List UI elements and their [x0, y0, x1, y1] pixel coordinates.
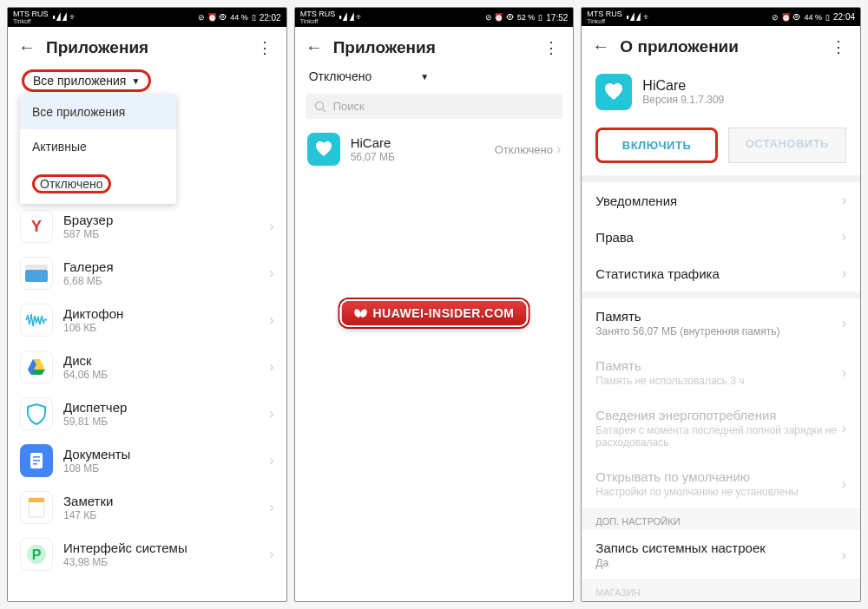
app-list: HiCare56,07 МБ Отключено › [295, 126, 574, 601]
watermark: HUAWEI-INSIDER.COM [340, 299, 529, 327]
chevron-right-icon: › [269, 312, 273, 328]
hicare-icon [313, 139, 334, 160]
back-icon[interactable]: ← [592, 36, 609, 56]
app-status: Отключено [495, 143, 553, 156]
battery-pct: 44 % [804, 13, 822, 22]
clock: 22:02 [260, 13, 281, 23]
app-header: ← Приложения ⋮ [295, 27, 574, 66]
app-info-header: HiCare Версия 9.1.7.309 [582, 65, 860, 119]
carrier-2: Tinkoff [13, 18, 49, 24]
row-notifications[interactable]: Уведомления› [582, 182, 860, 219]
battery-icon: ▯ [825, 13, 830, 22]
dropdown-item-active[interactable]: Активные [20, 129, 176, 164]
filter-dropdown-trigger[interactable]: Отключено ▼ [295, 66, 574, 90]
filter-dropdown: Все приложения Активные Отключено [20, 95, 176, 204]
app-header: ← Приложения ⋮ [8, 27, 286, 66]
chevron-right-icon: › [842, 547, 846, 563]
svg-rect-6 [33, 456, 40, 458]
carrier-2: Tinkoff [300, 18, 336, 24]
clock: 17:52 [546, 13, 568, 23]
search-icon [314, 101, 326, 113]
app-version: Версия 9.1.7.309 [642, 94, 724, 106]
enable-button[interactable]: ВКЛЮЧИТЬ [595, 128, 717, 163]
app-row[interactable]: Заметки147 КБ › [8, 484, 286, 531]
signal-icons: ▮◢ ◢ ᯤ [626, 13, 651, 22]
svg-rect-10 [29, 498, 44, 502]
row-permissions[interactable]: Права› [582, 219, 860, 255]
screen-apps-list: MTS RUS Tinkoff ▮◢ ◢ ᯤ ⊘ ⏰ ⭗ 44 % ▯ 22:0… [7, 7, 287, 602]
chevron-right-icon: › [842, 193, 846, 208]
app-row[interactable]: Галерея6,68 МБ › [8, 250, 286, 297]
more-icon[interactable]: ⋮ [540, 38, 562, 57]
chevron-right-icon: › [269, 500, 273, 515]
svg-point-13 [315, 102, 323, 109]
android-p-icon: P [25, 543, 48, 566]
dropdown-item-all[interactable]: Все приложения [20, 95, 176, 129]
app-name: HiCare [642, 78, 724, 94]
chevron-right-icon: › [556, 141, 561, 157]
dropdown-item-disabled[interactable]: Отключено [20, 164, 176, 204]
signal-icons: ▮◢ ◢ ᯤ [339, 13, 364, 22]
row-traffic[interactable]: Статистика трафика› [582, 255, 860, 291]
filter-label: Отключено [309, 69, 372, 83]
search-input[interactable]: Поиск [306, 94, 563, 119]
chevron-right-icon: › [842, 365, 846, 381]
chevron-right-icon: › [842, 265, 846, 281]
svg-rect-0 [25, 270, 48, 282]
signal-icons: ▮◢ ◢ ᯤ [52, 13, 77, 22]
battery-icon: ▯ [538, 13, 542, 22]
chevron-down-icon: ▼ [420, 72, 429, 82]
battery-pct: 52 % [517, 13, 536, 22]
app-row[interactable]: Диктофон106 КБ › [8, 297, 286, 344]
more-icon[interactable]: ⋮ [253, 38, 276, 57]
svg-rect-7 [33, 460, 40, 462]
carrier-1: MTS RUS [587, 10, 622, 18]
status-right-icons: ⊘ ⏰ ⭗ [772, 13, 800, 22]
status-bar: MTS RUS Tinkoff ▮◢ ◢ ᯤ ⊘ ⏰ ⭗ 44 % ▯ 22:0… [8, 8, 286, 27]
row-default: Открывать по умолчаниюНастройки по умолч… [582, 459, 860, 508]
svg-line-14 [323, 109, 326, 112]
row-system-settings[interactable]: Запись системных настроекДа › [582, 530, 860, 580]
chevron-right-icon: › [842, 229, 846, 245]
search-placeholder: Поиск [333, 100, 365, 113]
chevron-right-icon: › [842, 476, 846, 492]
chevron-right-icon: › [269, 359, 273, 375]
app-row[interactable]: Документы108 МБ › [8, 437, 286, 484]
chevron-down-icon: ▼ [131, 76, 140, 86]
gallery-icon [25, 265, 48, 282]
back-icon[interactable]: ← [18, 37, 36, 57]
row-power: Сведения энергопотребленияБатарея с моме… [582, 397, 860, 459]
clock: 22:04 [833, 12, 855, 22]
wave-icon [24, 312, 49, 328]
hicare-icon [595, 74, 632, 110]
app-header: ← О приложении ⋮ [582, 26, 860, 65]
app-row[interactable]: Y Браузер587 МБ › [8, 203, 286, 250]
app-row[interactable]: P Интерфейс системы43,98 МБ › [8, 531, 286, 578]
carrier-1: MTS RUS [300, 10, 336, 18]
app-row[interactable]: Диспетчер59,81 МБ › [8, 390, 286, 437]
note-icon [27, 496, 46, 519]
screen-app-info: MTS RUS Tinkoff ▮◢ ◢ ᯤ ⊘ ⏰ ⭗ 44 % ▯ 22:0… [581, 7, 861, 602]
action-buttons: ВКЛЮЧИТЬ ОСТАНОВИТЬ [582, 119, 860, 175]
back-icon[interactable]: ← [306, 37, 323, 57]
drive-icon [26, 357, 47, 377]
battery-pct: 44 % [230, 13, 248, 22]
more-icon[interactable]: ⋮ [827, 37, 850, 56]
stop-button[interactable]: ОСТАНОВИТЬ [728, 128, 846, 163]
row-storage[interactable]: ПамятьЗанято 56,07 МБ (внутренняя память… [582, 298, 860, 348]
page-title: Приложения [333, 38, 530, 57]
carrier-1: MTS RUS [13, 10, 49, 18]
chevron-right-icon: › [269, 406, 273, 422]
chevron-right-icon: › [842, 316, 846, 331]
app-row[interactable]: HiCare56,07 МБ Отключено › [295, 126, 574, 173]
battery-icon: ▯ [252, 13, 256, 22]
svg-rect-8 [33, 463, 37, 465]
carrier-2: Tinkoff [587, 18, 622, 24]
page-title: Приложения [46, 38, 243, 57]
status-bar: MTS RUS Tinkoff ▮◢ ◢ ᯤ ⊘ ⏰ ⭗ 44 % ▯ 22:0… [582, 8, 860, 26]
row-memory: ПамятьПамять не использовалась 3 ч › [582, 348, 860, 397]
screen-disabled-apps: MTS RUS Tinkoff ▮◢ ◢ ᯤ ⊘ ⏰ ⭗ 52 % ▯ 17:5… [294, 7, 575, 602]
app-row[interactable]: Диск64,06 МБ › [8, 344, 286, 390]
chevron-right-icon: › [269, 265, 273, 281]
shield-icon [26, 403, 47, 425]
